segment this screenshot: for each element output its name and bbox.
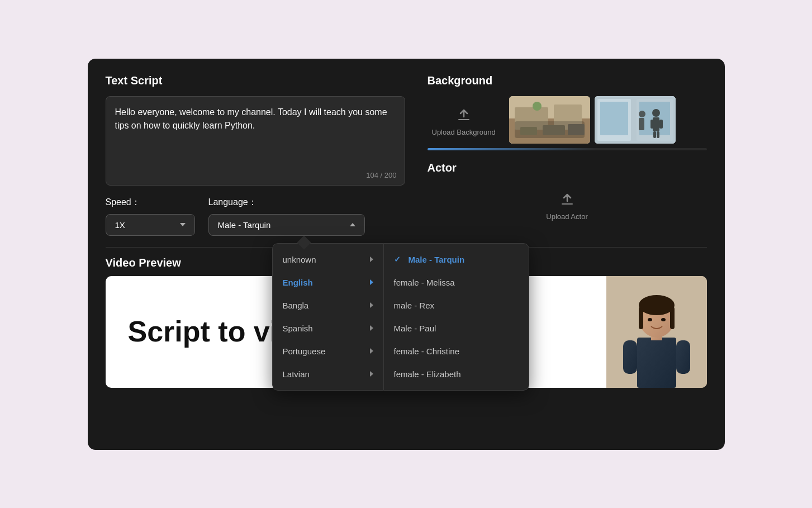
- dropdown-voice-female-christine[interactable]: female - Christine: [384, 340, 529, 363]
- speed-value: 1X: [115, 220, 125, 230]
- dropdown-language-unknown[interactable]: unknown: [273, 248, 383, 271]
- svg-point-15: [652, 109, 660, 117]
- svg-point-32: [661, 318, 666, 321]
- chevron-right-icon: [370, 302, 373, 308]
- svg-rect-6: [520, 127, 537, 135]
- preview-person: [606, 276, 707, 388]
- speed-group: Speed： 1X: [106, 197, 195, 236]
- svg-rect-30: [670, 307, 675, 329]
- chevron-right-icon: [370, 371, 373, 377]
- svg-rect-22: [639, 118, 644, 130]
- speed-chevron-down-icon: [180, 223, 186, 226]
- speed-label: Speed：: [106, 197, 195, 208]
- svg-point-31: [648, 318, 652, 321]
- upload-background-label: Upload Background: [432, 128, 496, 136]
- svg-rect-12: [600, 102, 628, 135]
- dropdown-voice-male-paul[interactable]: Male - Paul: [384, 317, 529, 340]
- svg-rect-7: [543, 125, 565, 135]
- svg-rect-20: [657, 131, 659, 138]
- language-label: Language：: [208, 197, 365, 208]
- left-panel: Text Script Hello everyone, welcome to m…: [106, 74, 405, 236]
- background-section: Upload Background: [428, 96, 707, 144]
- svg-rect-29: [639, 307, 643, 329]
- script-textarea[interactable]: Hello everyone, welcome to my channel. T…: [115, 106, 396, 167]
- svg-rect-2: [509, 118, 590, 144]
- svg-point-21: [639, 111, 645, 117]
- svg-rect-0: [458, 119, 469, 120]
- svg-rect-34: [676, 340, 690, 374]
- top-section: Text Script Hello everyone, welcome to m…: [88, 59, 725, 247]
- main-container: Text Script Hello everyone, welcome to m…: [88, 59, 725, 450]
- chevron-right-icon: [370, 279, 373, 285]
- background-thumbnails: [509, 96, 676, 144]
- dropdown-voice-male-rex[interactable]: male - Rex: [384, 294, 529, 317]
- svg-rect-3: [515, 107, 548, 130]
- svg-rect-4: [554, 105, 582, 130]
- dropdown-language-latvian[interactable]: Latvian: [273, 363, 383, 386]
- text-script-area: Hello everyone, welcome to my channel. T…: [106, 96, 405, 186]
- language-group: Language： Male - Tarquin: [208, 197, 365, 236]
- svg-rect-8: [568, 124, 585, 135]
- upload-actor-button[interactable]: Upload Actor: [428, 183, 707, 225]
- speed-select[interactable]: 1X: [106, 214, 195, 236]
- background-scroll-bar: [428, 148, 707, 150]
- dropdown-voice-male-tarquin[interactable]: ✓ Male - Tarquin: [384, 248, 529, 271]
- bg-thumbnail-1[interactable]: [509, 96, 590, 144]
- dropdown-voice-female-melissa[interactable]: female - Melissa: [384, 271, 529, 294]
- svg-rect-25: [637, 338, 676, 388]
- language-value: Male - Tarquin: [218, 220, 271, 230]
- upload-background-button[interactable]: Upload Background: [428, 99, 500, 141]
- dropdown-language-spanish[interactable]: Spanish: [273, 317, 383, 340]
- svg-point-5: [533, 102, 542, 111]
- svg-rect-17: [650, 120, 654, 129]
- controls-row: Speed： 1X Language： Male - Tarquin: [106, 197, 405, 236]
- check-icon: ✓: [394, 255, 401, 264]
- dropdown-language-english[interactable]: English: [273, 271, 383, 294]
- svg-point-28: [639, 295, 675, 315]
- svg-rect-19: [653, 131, 656, 138]
- dropdown-voices-panel: ✓ Male - Tarquin female - Melissa male -…: [384, 243, 529, 391]
- language-select[interactable]: Male - Tarquin: [208, 214, 365, 236]
- actor-title: Actor: [428, 162, 707, 174]
- svg-rect-18: [659, 120, 663, 129]
- language-dropdown: unknown English Bangla Spanish: [272, 243, 529, 391]
- chevron-right-icon: [370, 257, 373, 262]
- upload-actor-label: Upload Actor: [546, 212, 587, 221]
- dropdown-voice-female-elizabeth[interactable]: female - Elizabeth: [384, 363, 529, 386]
- svg-rect-23: [562, 203, 573, 205]
- upload-background-icon: [454, 103, 474, 124]
- upload-actor-icon: [557, 188, 577, 208]
- char-count: 104 / 200: [366, 171, 396, 179]
- right-panel: Background Upload Background: [428, 74, 707, 236]
- bg-thumbnail-2[interactable]: [595, 96, 676, 144]
- chevron-right-icon: [370, 348, 373, 354]
- dropdown-language-bangla[interactable]: Bangla: [273, 294, 383, 317]
- chevron-right-icon: [370, 325, 373, 331]
- dropdown-languages-panel: unknown English Bangla Spanish: [272, 243, 384, 391]
- svg-rect-33: [623, 340, 637, 374]
- text-script-title: Text Script: [106, 74, 405, 87]
- dropdown-language-portuguese[interactable]: Portuguese: [273, 340, 383, 363]
- background-title: Background: [428, 74, 707, 87]
- actor-section: Actor Upload Actor: [428, 162, 707, 225]
- language-chevron-up-icon: [350, 223, 355, 226]
